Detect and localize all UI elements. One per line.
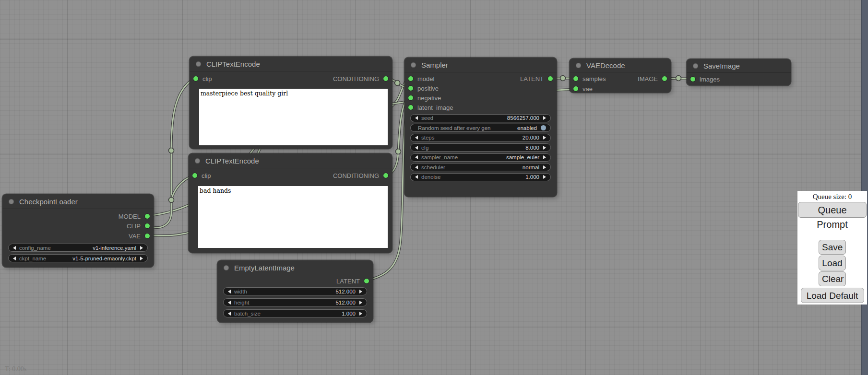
increment-arrow-icon[interactable] <box>543 175 546 179</box>
decrement-arrow-icon[interactable] <box>415 146 418 150</box>
increment-arrow-icon[interactable] <box>543 155 546 159</box>
input-dot-icon[interactable] <box>192 173 197 178</box>
node-empty-latent-image[interactable]: EmptyLatentImage LATENT width 512.000 he… <box>217 260 373 322</box>
increment-arrow-icon[interactable] <box>543 136 546 140</box>
widget-seed[interactable]: seed 8566257.000 <box>410 114 551 122</box>
increment-arrow-icon[interactable] <box>140 246 143 250</box>
increment-arrow-icon[interactable] <box>543 116 546 120</box>
collapse-dot-icon[interactable] <box>195 158 200 164</box>
output-slot-clip[interactable]: CLIP <box>127 221 150 231</box>
input-dot-icon[interactable] <box>193 76 198 81</box>
collapse-dot-icon[interactable] <box>9 199 14 204</box>
decrement-arrow-icon[interactable] <box>13 257 16 260</box>
widget-batch-size[interactable]: batch_size 1.000 <box>223 309 367 317</box>
reroute-dot[interactable] <box>676 76 681 81</box>
node-header[interactable]: CheckpointLoader <box>2 194 154 209</box>
widget-width[interactable]: width 512.000 <box>223 287 367 295</box>
node-clip-text-encode-negative[interactable]: CLIPTextEncode clip CONDITIONING bad han… <box>189 153 392 253</box>
input-dot-icon[interactable] <box>408 86 413 91</box>
node-clip-text-encode-positive[interactable]: CLIPTextEncode clip CONDITIONING masterp… <box>190 57 392 149</box>
output-slot-latent[interactable]: LATENT <box>336 276 369 286</box>
node-vae-decode[interactable]: VAEDecode samples IMAGE vae <box>570 59 671 93</box>
prompt-textarea[interactable]: masterpiece best quality girl <box>199 89 388 145</box>
output-dot-icon[interactable] <box>364 279 369 283</box>
reroute-dot[interactable] <box>395 81 400 86</box>
output-dot-icon[interactable] <box>145 234 150 238</box>
clear-button[interactable]: Clear <box>819 271 846 286</box>
output-dot-icon[interactable] <box>383 173 388 178</box>
decrement-arrow-icon[interactable] <box>415 175 418 179</box>
output-slot-latent[interactable]: LATENT <box>520 74 553 83</box>
output-slot-conditioning[interactable]: CONDITIONING <box>333 74 388 83</box>
output-slot-conditioning[interactable]: CONDITIONING <box>333 171 388 180</box>
save-button[interactable]: Save <box>819 240 846 255</box>
toggle-icon[interactable] <box>541 125 546 130</box>
decrement-arrow-icon[interactable] <box>415 136 418 140</box>
reroute-dot[interactable] <box>396 149 401 154</box>
input-slot-latent-image[interactable]: latent_image <box>408 103 453 112</box>
increment-arrow-icon[interactable] <box>359 290 362 293</box>
input-dot-icon[interactable] <box>408 105 413 110</box>
decrement-arrow-icon[interactable] <box>415 165 418 169</box>
collapse-dot-icon[interactable] <box>411 62 416 68</box>
node-checkpoint-loader[interactable]: CheckpointLoader MODEL CLIP VAE config_n… <box>2 194 154 267</box>
widget-denoise[interactable]: denoise 1.000 <box>410 173 551 181</box>
input-dot-icon[interactable] <box>573 76 578 81</box>
queue-prompt-button[interactable]: Queue Prompt <box>798 202 867 218</box>
node-header[interactable]: VAEDecode <box>570 59 671 72</box>
load-default-button[interactable]: Load Default <box>801 288 864 303</box>
output-dot-icon[interactable] <box>548 76 553 81</box>
input-dot-icon[interactable] <box>690 77 695 82</box>
input-slot-model[interactable]: model <box>408 74 434 83</box>
input-dot-icon[interactable] <box>573 86 578 91</box>
reroute-dot[interactable] <box>560 76 566 81</box>
node-header[interactable]: SaveImage <box>687 59 791 73</box>
input-slot-images[interactable]: images <box>690 74 720 84</box>
node-header[interactable]: CLIPTextEncode <box>190 57 392 71</box>
input-slot-samples[interactable]: samples <box>573 74 606 83</box>
output-slot-image[interactable]: IMAGE <box>638 74 667 83</box>
widget-ckpt-name[interactable]: ckpt_name v1-5-pruned-emaonly.ckpt <box>8 254 148 262</box>
input-slot-negative[interactable]: negative <box>408 93 441 103</box>
input-dot-icon[interactable] <box>408 76 413 81</box>
collapse-dot-icon[interactable] <box>224 265 229 270</box>
increment-arrow-icon[interactable] <box>140 257 143 260</box>
decrement-arrow-icon[interactable] <box>415 155 418 159</box>
increment-arrow-icon[interactable] <box>359 312 362 316</box>
widget-scheduler[interactable]: scheduler normal <box>410 163 551 171</box>
node-header[interactable]: Sampler <box>404 58 557 72</box>
output-dot-icon[interactable] <box>145 214 150 219</box>
input-slot-clip[interactable]: clip <box>193 74 212 83</box>
increment-arrow-icon[interactable] <box>543 165 546 169</box>
output-dot-icon[interactable] <box>662 76 667 81</box>
output-slot-model[interactable]: MODEL <box>119 211 150 221</box>
input-slot-clip[interactable]: clip <box>192 171 211 180</box>
increment-arrow-icon[interactable] <box>543 146 546 150</box>
widget-steps[interactable]: steps 20.000 <box>410 134 551 142</box>
increment-arrow-icon[interactable] <box>359 301 362 305</box>
prompt-textarea[interactable]: bad hands <box>198 186 388 248</box>
node-save-image[interactable]: SaveImage images <box>687 59 791 85</box>
input-dot-icon[interactable] <box>408 95 413 100</box>
collapse-dot-icon[interactable] <box>693 63 698 69</box>
widget-config-name[interactable]: config_name v1-inference.yaml <box>8 244 148 252</box>
node-sampler[interactable]: Sampler model LATENT positive negative l… <box>404 58 557 197</box>
node-header[interactable]: EmptyLatentImage <box>217 260 373 275</box>
decrement-arrow-icon[interactable] <box>228 312 231 316</box>
output-dot-icon[interactable] <box>145 223 150 228</box>
widget-random-seed-toggle[interactable]: Random seed after every gen enabled <box>410 124 551 132</box>
widget-height[interactable]: height 512.000 <box>223 298 367 306</box>
input-slot-vae[interactable]: vae <box>573 84 593 94</box>
collapse-dot-icon[interactable] <box>196 61 201 67</box>
output-dot-icon[interactable] <box>383 76 388 81</box>
load-button[interactable]: Load <box>819 256 846 270</box>
collapse-dot-icon[interactable] <box>576 63 581 68</box>
reroute-dot[interactable] <box>169 198 174 203</box>
node-header[interactable]: CLIPTextEncode <box>189 153 392 168</box>
decrement-arrow-icon[interactable] <box>228 301 231 305</box>
decrement-arrow-icon[interactable] <box>13 246 16 250</box>
reroute-dot[interactable] <box>169 148 174 153</box>
widget-sampler-name[interactable]: sampler_name sample_euler <box>410 153 551 162</box>
decrement-arrow-icon[interactable] <box>415 116 418 120</box>
input-slot-positive[interactable]: positive <box>408 83 439 93</box>
